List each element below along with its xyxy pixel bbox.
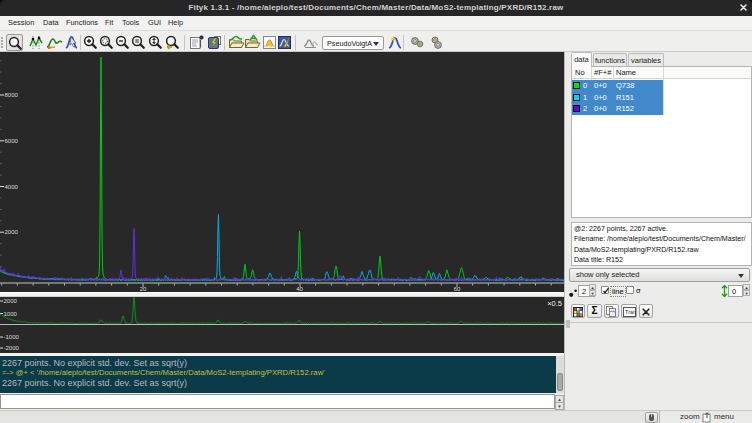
svg-text:8000: 8000 bbox=[5, 92, 19, 98]
svg-text:6000: 6000 bbox=[5, 138, 19, 144]
svg-text:2000: 2000 bbox=[4, 298, 18, 304]
svg-text:4000: 4000 bbox=[5, 184, 19, 190]
svg-text:40: 40 bbox=[296, 286, 303, 292]
svg-text:×0.5: ×0.5 bbox=[547, 299, 562, 308]
svg-text:Tran: Tran bbox=[625, 309, 636, 315]
svg-text:-2000: -2000 bbox=[4, 345, 20, 351]
svg-text:2000: 2000 bbox=[5, 229, 19, 235]
svg-text:20: 20 bbox=[140, 286, 147, 292]
svg-text:60: 60 bbox=[454, 286, 461, 292]
svg-text:1000: 1000 bbox=[4, 311, 18, 317]
svg-text:-1000: -1000 bbox=[4, 334, 20, 340]
